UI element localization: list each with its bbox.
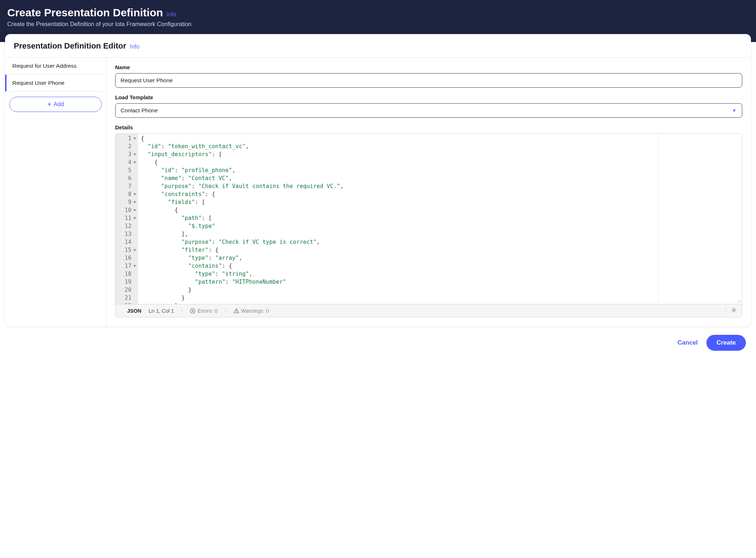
code-line[interactable]: "fields": [ <box>141 198 739 206</box>
sidebar: Request for User AddressRequest User Pho… <box>5 58 106 326</box>
status-cursor: Ln 1, Col 1 <box>149 308 174 314</box>
gutter-line: 17▼ <box>116 262 138 270</box>
code-line[interactable]: { <box>141 134 739 142</box>
gutter-line: 13 <box>116 230 138 238</box>
code-line[interactable]: "input_descriptors": [ <box>141 150 739 158</box>
gutter-line: 8▼ <box>116 190 138 198</box>
editor-settings-button[interactable] <box>726 307 737 314</box>
plus-icon: + <box>47 101 51 108</box>
header-info-link[interactable]: Info <box>167 11 176 18</box>
code-line[interactable]: "constraints": { <box>141 190 739 198</box>
code-line[interactable]: "type": "array", <box>141 254 739 262</box>
editor-code[interactable]: { "id": "token_with_contact_vc", "input_… <box>138 134 742 304</box>
editor-title: Presentation Definition Editor <box>14 41 126 51</box>
svg-point-7 <box>236 312 236 312</box>
name-label: Name <box>115 64 742 70</box>
svg-point-8 <box>733 309 735 311</box>
gear-icon <box>731 307 737 313</box>
resize-handle-icon[interactable] <box>736 298 741 303</box>
gutter-line: 7 <box>116 182 138 190</box>
footer-actions: Cancel Create <box>0 326 756 361</box>
editor-gutter: 1▼23▼4▼5678▼9▼10▼11▼12131415▼1617▼181920… <box>116 134 138 304</box>
gutter-line: 15▼ <box>116 246 138 254</box>
gutter-line: 5 <box>116 166 138 174</box>
gutter-line: 3▼ <box>116 150 138 158</box>
gutter-line: 22 <box>116 302 138 304</box>
svg-line-2 <box>740 302 741 303</box>
sidebar-item-0[interactable]: Request for User Address <box>5 58 106 75</box>
code-line[interactable]: } <box>141 294 739 302</box>
name-input[interactable] <box>115 73 742 88</box>
status-language: JSON <box>127 308 142 314</box>
gutter-line: 19 <box>116 278 138 286</box>
code-editor: 1▼23▼4▼5678▼9▼10▼11▼12131415▼1617▼181920… <box>115 133 742 317</box>
fold-icon[interactable]: ▼ <box>133 150 136 158</box>
code-editor-body[interactable]: 1▼23▼4▼5678▼9▼10▼11▼12131415▼1617▼181920… <box>116 134 742 304</box>
code-line[interactable]: "$.type" <box>141 222 739 230</box>
gutter-line: 6 <box>116 174 138 182</box>
gutter-line: 18 <box>116 270 138 278</box>
code-line[interactable]: "path": [ <box>141 214 739 222</box>
chevron-down-icon: ▼ <box>732 108 736 113</box>
code-line[interactable]: "purpose": "Check if Vault contains the … <box>141 182 739 190</box>
template-select[interactable]: Contact Phone <box>115 103 742 118</box>
code-line[interactable]: { <box>141 206 739 214</box>
template-label: Load Template <box>115 94 742 100</box>
main-panel: Name Load Template Contact Phone ▼ Detai… <box>106 58 751 326</box>
gutter-line: 10▼ <box>116 206 138 214</box>
code-line[interactable]: "purpose": "Check if VC type is correct"… <box>141 238 739 246</box>
add-button[interactable]: + Add <box>9 97 102 112</box>
gutter-line: 20 <box>116 286 138 294</box>
gutter-line: 14 <box>116 238 138 246</box>
warning-icon <box>234 308 239 314</box>
code-line[interactable]: } <box>141 286 739 294</box>
code-line[interactable]: "pattern": "HITPhoneNumber" <box>141 278 739 286</box>
gutter-line: 1▼ <box>116 134 138 142</box>
code-line[interactable]: "type": "string", <box>141 270 739 278</box>
gutter-line: 16 <box>116 254 138 262</box>
code-line[interactable]: "id": "profile_phone", <box>141 166 739 174</box>
details-label: Details <box>115 124 742 130</box>
fold-icon[interactable]: ▼ <box>133 246 136 254</box>
fold-icon[interactable]: ▼ <box>133 262 136 270</box>
status-errors[interactable]: Errors: 0 <box>190 308 218 314</box>
code-line[interactable]: }, <box>141 302 739 304</box>
code-line[interactable]: "id": "token_with_contact_vc", <box>141 142 739 150</box>
error-icon <box>190 308 196 314</box>
editor-card: Presentation Definition Editor Info Requ… <box>5 34 751 326</box>
code-line[interactable]: "name": "Contact VC", <box>141 174 739 182</box>
page-title: Create Presentation Definition <box>7 7 163 19</box>
gutter-line: 12 <box>116 222 138 230</box>
code-line[interactable]: { <box>141 158 739 166</box>
fold-icon[interactable]: ▼ <box>133 214 136 222</box>
gutter-line: 9▼ <box>116 198 138 206</box>
add-button-label: Add <box>54 101 64 108</box>
cancel-button[interactable]: Cancel <box>677 339 698 346</box>
code-line[interactable]: ], <box>141 230 739 238</box>
gutter-line: 4▼ <box>116 158 138 166</box>
page-subtitle: Create the Presentation Definition of yo… <box>7 21 749 28</box>
fold-icon[interactable]: ▼ <box>133 158 136 166</box>
gutter-line: 21 <box>116 294 138 302</box>
gutter-line: 11▼ <box>116 214 138 222</box>
code-line[interactable]: "contains": { <box>141 262 739 270</box>
fold-icon[interactable]: ▼ <box>133 190 136 198</box>
gutter-line: 2 <box>116 142 138 150</box>
sidebar-item-1[interactable]: Request User Phone <box>5 75 106 92</box>
fold-icon[interactable]: ▼ <box>133 198 136 206</box>
create-button[interactable]: Create <box>706 335 746 351</box>
fold-icon[interactable]: ▼ <box>133 206 136 214</box>
editor-info-link[interactable]: Info <box>130 43 139 50</box>
fold-icon[interactable]: ▼ <box>133 134 136 142</box>
template-select-value: Contact Phone <box>121 107 158 114</box>
code-line[interactable]: "filter": { <box>141 246 739 254</box>
status-warnings[interactable]: Warnings: 0 <box>234 308 269 314</box>
editor-status-bar: JSON Ln 1, Col 1 | Errors: 0 | Warnings:… <box>116 304 742 317</box>
editor-split-line <box>658 134 659 304</box>
